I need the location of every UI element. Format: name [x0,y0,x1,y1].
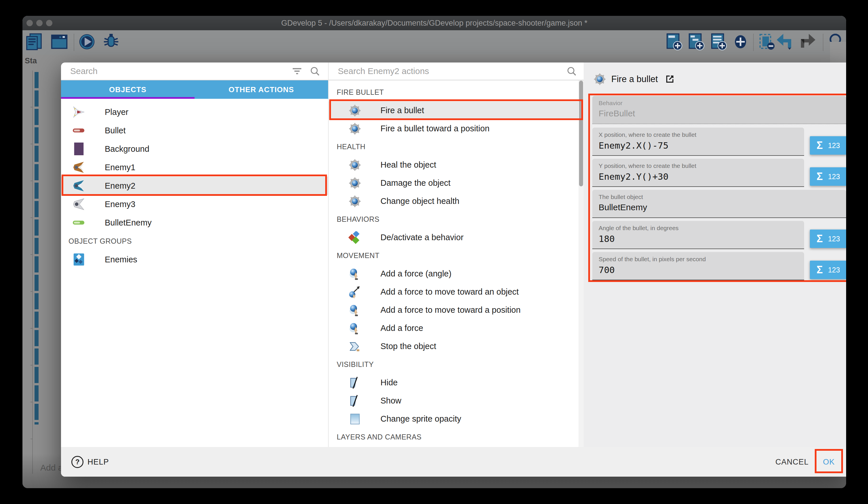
add-force-icon [348,322,361,335]
parameters-panel: Fire a bullet Behavior FireBullet X posi… [583,62,846,447]
action-search-row [329,62,584,80]
action-row-force-toward-position[interactable]: Add a force to move toward a position [329,301,580,319]
screen: GDevelop 5 - /Users/dkarakay/Documents/G… [0,0,868,504]
y-position-field[interactable]: Y position, where to create the bullet E… [592,159,804,187]
add-force-icon [348,304,361,317]
behavior-icon [348,231,361,244]
angle-expression-button[interactable]: Σ 123 [810,230,846,248]
show-icon [348,394,361,407]
section-health: HEALTH [329,138,580,156]
action-row-heal-object[interactable]: Heal the object [329,156,580,174]
angle-field[interactable]: Angle of the bullet, in degrees 180 [592,221,804,249]
section-visibility: VISIBILITY [329,355,580,374]
dialog-footer: ? HELP [61,447,846,477]
enemy3-icon [71,197,86,211]
events-tree-ticks [31,71,33,445]
tab-objects[interactable]: OBJECTS [61,80,195,99]
open-help-external-icon[interactable] [664,74,675,85]
cancel-button[interactable]: CANCEL [769,456,815,468]
actions-panel: FIRE BULLET Fire a bullet Fire a bullet … [328,62,584,447]
hide-icon [348,376,361,389]
action-editor-dialog: OBJECTS OTHER ACTIONS Player Bullet Back… [61,62,846,477]
add-event-icon[interactable] [665,32,683,51]
speed-expression-button[interactable]: Σ 123 [810,261,846,279]
titlebar: GDevelop 5 - /Users/dkarakay/Documents/G… [22,16,846,30]
object-row-bulletenemy[interactable]: BulletEnemy [61,213,328,232]
action-row-force-toward-object[interactable]: Add a force to move toward an object [329,283,580,301]
project-manager-icon[interactable] [25,32,43,51]
toolbar-divider [753,34,754,51]
object-search-input[interactable] [70,66,292,76]
add-subevent-icon[interactable] [687,32,706,51]
action-row-show[interactable]: Show [329,392,580,410]
force-toward-object-icon [348,285,361,299]
undo-icon[interactable] [775,32,793,51]
section-movement: MOVEMENT [329,246,580,265]
event-condition-blocks [34,72,39,424]
action-row-damage-object[interactable]: Damage the object [329,174,580,192]
action-row-deactivate-behavior[interactable]: De/activate a behavior [329,228,580,246]
redo-icon[interactable] [799,32,817,51]
action-row-fire-a-bullet[interactable]: Fire a bullet [329,101,580,120]
health-gear-icon [348,158,361,172]
x-expression-button[interactable]: Σ 123 [810,136,846,155]
object-row-bullet[interactable]: Bullet [61,121,328,140]
speed-field[interactable]: Speed of the bullet, in pixels per secon… [592,252,804,280]
action-row-change-object-health[interactable]: Change object health [329,192,580,210]
add-new-icon[interactable] [731,32,750,51]
behavior-field: Behavior FireBullet [592,96,846,124]
add-comment-icon[interactable] [710,32,728,51]
fire-bullet-gear-icon [348,104,361,117]
object-row-enemy1[interactable]: Enemy1 [61,158,328,177]
sigma-icon: Σ [816,171,823,183]
toolbar-divider [823,34,823,51]
sigma-icon: Σ [816,233,823,245]
enemy1-icon [71,160,86,174]
section-behaviors: BEHAVIORS [329,210,580,228]
ok-button[interactable]: OK [817,456,840,468]
actions-scrollbar[interactable] [579,81,583,187]
object-row-enemies-group[interactable]: Enemies [61,250,328,269]
scene-editor-icon[interactable] [50,32,69,51]
tab-other-actions[interactable]: OTHER ACTIONS [195,80,328,99]
filter-icon[interactable] [292,66,302,76]
action-list: FIRE BULLET Fire a bullet Fire a bullet … [329,80,580,446]
player-ship-icon [71,105,86,119]
sigma-icon: Σ [816,139,823,151]
enemies-group-icon [71,252,86,267]
background-icon [71,142,86,156]
preview-play-icon[interactable] [78,32,96,51]
action-search-input[interactable] [337,66,566,76]
fire-bullet-gear-icon [593,73,606,85]
debug-bug-icon[interactable] [102,32,120,51]
action-row-hide[interactable]: Hide [329,374,580,392]
bullet-object-field[interactable]: The bullet object BulletEnemy [592,190,846,218]
opacity-icon [348,412,361,426]
object-groups-header: OBJECT GROUPS [61,232,328,250]
action-row-add-force-angle[interactable]: Add a force (angle) [329,265,580,283]
sigma-icon: Σ [816,264,823,276]
action-row-add-force[interactable]: Add a force [329,319,580,337]
gdevelop-window: GDevelop 5 - /Users/dkarakay/Documents/G… [22,16,846,488]
x-position-field[interactable]: X position, where to create the bullet E… [592,128,804,156]
object-row-background[interactable]: Background [61,140,328,158]
parameters-header: Fire a bullet [593,73,675,85]
help-button[interactable]: ? HELP [71,456,109,468]
events-column-header: Sta [25,57,37,65]
object-row-enemy2[interactable]: Enemy2 [61,177,328,195]
delete-selection-icon[interactable] [758,32,776,51]
object-list: Player Bullet Background Enemy1 [61,99,328,269]
stop-object-icon [348,340,361,353]
action-row-stop-object[interactable]: Stop the object [329,337,580,355]
object-search-row [61,62,328,80]
help-icon: ? [71,456,83,468]
object-tabs: OBJECTS OTHER ACTIONS [61,80,328,99]
action-row-change-sprite-opacity[interactable]: Change sprite opacity [329,410,580,428]
y-expression-button[interactable]: Σ 123 [810,167,846,186]
action-row-fire-toward-position[interactable]: Fire a bullet toward a position [329,120,580,138]
section-layers-and-cameras: LAYERS AND CAMERAS [329,428,580,446]
enemy2-icon [71,179,86,193]
object-row-player[interactable]: Player [61,103,328,121]
object-row-enemy3[interactable]: Enemy3 [61,195,328,213]
search-icon [310,66,320,76]
